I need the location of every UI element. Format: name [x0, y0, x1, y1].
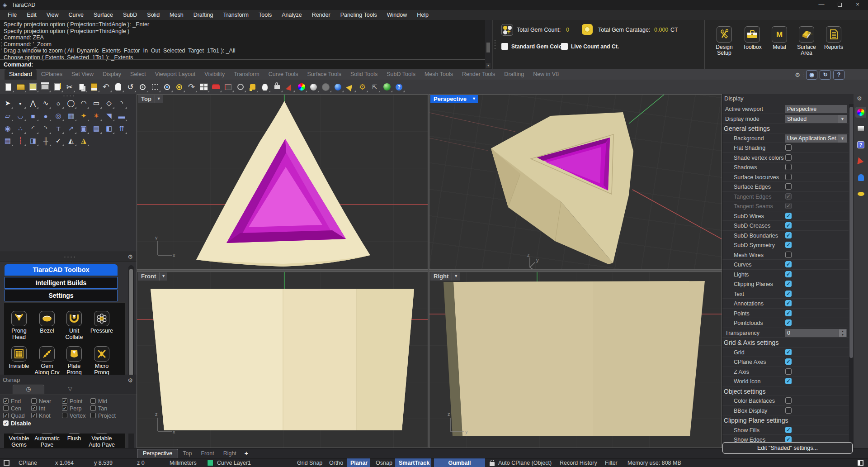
toolbar-tab-visibility[interactable]: Visibility — [200, 69, 229, 80]
save-file-icon[interactable] — [27, 81, 39, 93]
menu-tools[interactable]: Tools — [254, 10, 277, 19]
tool-plate-prong[interactable]: PlateProng — [61, 346, 88, 376]
sidebar-grip[interactable] — [62, 95, 75, 97]
measure-icon[interactable] — [234, 81, 246, 93]
toolbox-button[interactable]: Toolbox — [740, 26, 765, 50]
menu-help[interactable]: Help — [412, 10, 434, 19]
toggle-ortho[interactable]: Ortho — [329, 460, 343, 466]
display-gear-icon[interactable]: ⚙ — [857, 95, 868, 102]
options-gear-icon[interactable]: ⚙ — [356, 81, 368, 93]
command-panel-grip[interactable] — [0, 38, 2, 51]
box-tool-icon[interactable]: ■ — [27, 110, 39, 122]
toolbar-tab-display[interactable]: Display — [98, 69, 126, 80]
rendered-sphere-icon[interactable] — [332, 81, 344, 93]
toolbox-scrollbar[interactable] — [128, 265, 134, 467]
standard-gem-color-checkbox[interactable] — [501, 43, 508, 50]
toolbar-tab-cplanes[interactable]: CPlanes — [37, 69, 67, 80]
surface-patch-tool-icon[interactable]: ◡ — [14, 110, 27, 122]
close-button[interactable]: × — [850, 0, 865, 10]
toolbar-tab-transform[interactable]: Transform — [229, 69, 264, 80]
metal-button[interactable]: MMetal — [767, 26, 792, 50]
toggle-osnap[interactable]: Osnap — [376, 460, 392, 466]
panel-toggle-right-icon[interactable] — [858, 460, 863, 466]
extrude-tool-icon[interactable]: ◥ — [103, 110, 115, 122]
wireframe-sphere-icon[interactable] — [320, 81, 332, 93]
toolbar-tab-solid-tools[interactable]: Solid Tools — [346, 69, 382, 80]
viewport-perspective-label[interactable]: Perspective▼ — [430, 95, 478, 103]
polyline-tool-icon[interactable]: ⋀ — [27, 97, 39, 109]
paste-icon[interactable] — [88, 81, 100, 93]
menu-transform[interactable]: Transform — [218, 10, 254, 19]
status-cplane[interactable]: CPlane — [19, 460, 37, 466]
move-scale-icon[interactable]: ⇱ — [368, 81, 381, 93]
add-viewport-tab[interactable]: + — [241, 450, 252, 457]
skeleton-tool-icon[interactable]: ╫ — [39, 135, 52, 147]
menu-window[interactable]: Window — [382, 10, 412, 19]
menu-drafting[interactable]: Drafting — [189, 10, 218, 19]
shadow-cone-icon[interactable] — [344, 81, 356, 93]
cone-pair-tool-icon[interactable]: ◭ — [65, 135, 77, 147]
lightbulb-icon[interactable] — [259, 81, 271, 93]
toolbar-tab-set-view[interactable]: Set View — [67, 69, 98, 80]
check-tool-icon[interactable]: ✓ — [52, 135, 65, 147]
edit-shaded-settings-button[interactable]: Edit "Shaded" settings... — [722, 442, 853, 454]
tool-bezel[interactable]: Bezel — [33, 311, 61, 334]
live-count-checkbox[interactable] — [561, 43, 568, 50]
intelligent-builds-section[interactable]: Intelligent Builds — [5, 277, 118, 289]
open-file-icon[interactable] — [14, 81, 27, 93]
cut-icon[interactable]: ✂ — [63, 81, 75, 93]
undo-view-icon[interactable]: ↷ — [185, 81, 198, 93]
toolbox-title[interactable]: TiaraCAD Toolbox — [5, 264, 118, 276]
command-history[interactable]: Specify projection option ( Projection=T… — [0, 20, 485, 69]
toggle-grid-snap[interactable]: Grid Snap — [297, 460, 322, 466]
status-units[interactable]: Millimeters — [170, 460, 197, 466]
toolbar-tab-viewport-layout[interactable]: Viewport Layout — [151, 69, 200, 80]
help-tab-icon[interactable]: ? — [855, 139, 866, 150]
viewport-right[interactable]: z y Right▼ — [429, 272, 722, 448]
tool-micro-prong[interactable]: MicroProng — [88, 346, 115, 376]
array-box-tool-icon[interactable]: ▣ — [77, 123, 90, 134]
viewport-top-label[interactable]: Top▼ — [138, 95, 163, 103]
screenshot-button[interactable]: ◉ — [806, 70, 817, 80]
boolean-star-tool-icon[interactable]: ✦ — [77, 110, 90, 122]
viewport-layout-icon[interactable] — [198, 81, 210, 93]
render-region-icon[interactable] — [222, 81, 234, 93]
display-panel-scrollbar[interactable] — [849, 104, 854, 448]
pipe-tool-icon[interactable]: ◉ — [1, 123, 14, 134]
viewport-tab-front[interactable]: Front — [196, 449, 218, 457]
panel-toggle-icon[interactable] — [4, 460, 9, 466]
viewport-tab-top[interactable]: Top — [178, 449, 196, 457]
viewport-front[interactable]: z x Front▼ — [137, 272, 428, 448]
command-scrollbar[interactable]: ▼ — [485, 20, 491, 69]
point-tool-icon[interactable]: • — [14, 97, 27, 109]
select-tool-icon[interactable]: ➤ — [1, 97, 14, 109]
help-button[interactable]: ? — [833, 70, 844, 80]
tool-invisible[interactable]: Invisible — [5, 346, 33, 369]
spotlight-icon[interactable] — [246, 81, 259, 93]
toggle-planar[interactable]: Planar — [347, 458, 370, 467]
command-input-row[interactable]: Command: — [0, 59, 485, 69]
menu-mesh[interactable]: Mesh — [165, 10, 189, 19]
mirror-tool-icon[interactable]: ◧ — [103, 123, 115, 134]
surface-area-button[interactable]: AreaSurfaceArea — [794, 26, 819, 56]
layer-color-swatch[interactable] — [207, 460, 213, 466]
status-layer[interactable]: Curve Layer1 — [217, 460, 251, 466]
array-tool-icon[interactable]: ▦ — [1, 135, 14, 147]
color-wheel-icon[interactable] — [295, 81, 307, 93]
new-file-icon[interactable] — [2, 81, 14, 93]
menu-paneling-tools[interactable]: Paneling Tools — [335, 10, 382, 19]
arc-tangent-tool-icon[interactable]: ◝ — [39, 123, 52, 134]
maximize-button[interactable] — [832, 0, 847, 10]
viewport-perspective[interactable]: z y x Perspective▼ — [429, 94, 722, 270]
leader-tool-icon[interactable]: ↗ — [65, 123, 77, 134]
zoom-extents-icon[interactable] — [173, 81, 185, 93]
tool-prong-head[interactable]: ProngHead — [5, 311, 33, 340]
arc-tool-icon[interactable]: ◠ — [77, 97, 90, 109]
text-tool-icon[interactable]: T — [52, 123, 65, 134]
display-tab-icon[interactable] — [855, 107, 866, 118]
zoom-window-icon[interactable] — [149, 81, 161, 93]
fin-tool-icon[interactable]: ⇈ — [115, 123, 128, 134]
menu-file[interactable]: File — [3, 10, 22, 19]
toolbar-tab-mesh-tools[interactable]: Mesh Tools — [420, 69, 458, 80]
render-icon[interactable] — [210, 81, 222, 93]
